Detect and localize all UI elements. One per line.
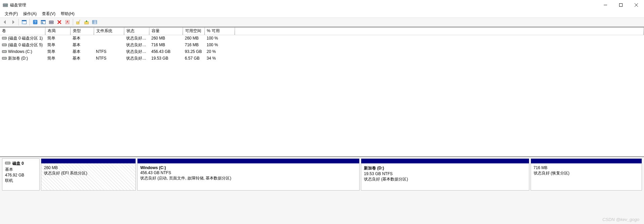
cell-type: 基本 bbox=[70, 48, 94, 55]
titlebar-left: 磁盘管理 bbox=[3, 2, 26, 8]
disk-name: 磁盘 0 bbox=[12, 161, 24, 166]
partition-status: 状态良好 (恢复分区) bbox=[534, 170, 639, 176]
svg-point-36 bbox=[6, 58, 6, 58]
list-button[interactable] bbox=[91, 18, 98, 26]
disk-graphical-pane[interactable]: 磁盘 0 基本 476.92 GB 联机 260 MB状态良好 (EFI 系统分… bbox=[0, 157, 644, 224]
cell-status: 状态良好 (... bbox=[124, 42, 149, 48]
cell-filesystem bbox=[94, 35, 124, 42]
wizard-button[interactable] bbox=[75, 18, 82, 26]
volume-icon bbox=[2, 57, 7, 60]
column-header-row: 卷 布局 类型 文件系统 状态 容量 可用空间 % 可用 bbox=[0, 27, 644, 35]
col-filesystem[interactable]: 文件系统 bbox=[94, 27, 124, 35]
cell-freespace: 716 MB bbox=[183, 42, 205, 48]
svg-rect-17 bbox=[49, 21, 54, 22]
close-button[interactable] bbox=[629, 0, 644, 10]
menu-file[interactable]: 文件(F) bbox=[2, 10, 20, 17]
help-button[interactable]: ? bbox=[32, 18, 39, 26]
partition-body: 716 MB状态良好 (恢复分区) bbox=[531, 163, 642, 190]
menu-view[interactable]: 查看(V) bbox=[39, 10, 58, 17]
partition-color-bar bbox=[138, 159, 359, 163]
svg-rect-24 bbox=[85, 22, 89, 24]
svg-point-38 bbox=[9, 163, 10, 163]
partition-color-bar bbox=[531, 159, 642, 163]
partition-status: 状态良好 (EFI 系统分区) bbox=[44, 170, 133, 176]
partition[interactable]: Windows (C:)456.43 GB NTFS状态良好 (启动, 页面文件… bbox=[137, 158, 360, 191]
cell-filesystem: NTFS bbox=[94, 48, 124, 55]
titlebar: 磁盘管理 bbox=[0, 0, 644, 10]
col-volume[interactable]: 卷 bbox=[0, 27, 45, 35]
forward-button[interactable] bbox=[9, 18, 17, 26]
partition-body: 新加卷 (D:)19.53 GB NTFS状态良好 (基本数据分区) bbox=[361, 163, 529, 190]
svg-point-3 bbox=[7, 6, 7, 6]
cell-layout: 简单 bbox=[45, 55, 70, 62]
col-layout[interactable]: 布局 bbox=[45, 27, 70, 35]
svg-point-2 bbox=[7, 4, 7, 5]
volume-list[interactable]: 卷 布局 类型 文件系统 状态 容量 可用空间 % 可用 (磁盘 0 磁盘分区 … bbox=[0, 27, 644, 157]
cell-filesystem bbox=[94, 42, 124, 48]
cell-pctfree: 34 % bbox=[205, 55, 235, 62]
partition-size: 19.53 GB NTFS bbox=[364, 171, 526, 176]
cell-type: 基本 bbox=[70, 42, 94, 48]
up-button[interactable] bbox=[83, 18, 90, 26]
cell-capacity: 260 MB bbox=[149, 35, 183, 42]
partition-size: 260 MB bbox=[44, 165, 133, 170]
partition-status: 状态良好 (启动, 页面文件, 故障转储, 基本数据分区) bbox=[140, 175, 357, 181]
settings-button[interactable] bbox=[40, 18, 47, 26]
partition-size: 456.43 GB NTFS bbox=[140, 170, 357, 175]
disk-header[interactable]: 磁盘 0 基本 476.92 GB 联机 bbox=[2, 158, 40, 191]
cell-volume: (磁盘 0 磁盘分区 1) bbox=[8, 35, 43, 41]
cell-capacity: 716 MB bbox=[149, 42, 183, 48]
delete-button[interactable] bbox=[56, 18, 63, 26]
cell-volume: (磁盘 0 磁盘分区 5) bbox=[8, 42, 43, 48]
svg-point-34 bbox=[6, 51, 6, 52]
cell-status: 状态良好 (... bbox=[124, 48, 149, 55]
partition-size: 716 MB bbox=[534, 165, 639, 170]
col-status[interactable]: 状态 bbox=[124, 27, 149, 35]
disk-type: 基本 bbox=[5, 167, 37, 172]
svg-rect-25 bbox=[93, 20, 97, 24]
disk-row: 磁盘 0 基本 476.92 GB 联机 260 MB状态良好 (EFI 系统分… bbox=[0, 158, 644, 191]
col-pctfree[interactable]: % 可用 bbox=[205, 27, 235, 35]
show-hide-console-tree-button[interactable] bbox=[20, 18, 28, 26]
partition[interactable]: 716 MB状态良好 (恢复分区) bbox=[531, 158, 642, 191]
back-button[interactable] bbox=[1, 18, 9, 26]
svg-rect-9 bbox=[22, 20, 26, 21]
table-row[interactable]: 新加卷 (D:)简单基本NTFS状态良好 (...19.53 GB6.57 GB… bbox=[0, 55, 644, 62]
disk-size: 476.92 GB bbox=[5, 173, 37, 177]
table-row[interactable]: (磁盘 0 磁盘分区 1)简单基本状态良好 (...260 MB260 MB10… bbox=[0, 35, 644, 42]
partition-strip: 260 MB状态良好 (EFI 系统分区)Windows (C:)456.43 … bbox=[41, 158, 642, 191]
partition-color-bar bbox=[361, 159, 529, 163]
table-row[interactable]: Windows (C:)简单基本NTFS状态良好 (...456.43 GB93… bbox=[0, 48, 644, 55]
cell-freespace: 260 MB bbox=[183, 35, 205, 42]
minimize-button[interactable] bbox=[598, 0, 613, 10]
refresh-button[interactable] bbox=[48, 18, 55, 26]
maximize-button[interactable] bbox=[613, 0, 629, 10]
partition-color-bar bbox=[41, 159, 136, 163]
cell-freespace: 93.25 GB bbox=[183, 48, 205, 55]
menu-action[interactable]: 操作(A) bbox=[20, 10, 39, 17]
properties-button[interactable] bbox=[64, 18, 71, 26]
table-row[interactable]: (磁盘 0 磁盘分区 5)简单基本状态良好 (...716 MB716 MB10… bbox=[0, 42, 644, 48]
svg-rect-5 bbox=[620, 4, 623, 7]
menu-help[interactable]: 帮助(H) bbox=[58, 10, 77, 17]
partition-title: 新加卷 (D:) bbox=[364, 165, 526, 171]
volume-icon bbox=[2, 43, 7, 47]
col-freespace[interactable]: 可用空间 bbox=[183, 27, 205, 35]
disk-management-window: 磁盘管理 文件(F) 操作(A) 查看(V) 帮助(H) ? bbox=[0, 0, 644, 224]
cell-volume: 新加卷 (D:) bbox=[8, 56, 28, 61]
svg-rect-14 bbox=[41, 20, 46, 21]
col-capacity[interactable]: 容量 bbox=[149, 27, 183, 35]
col-type[interactable]: 类型 bbox=[70, 27, 94, 35]
volume-icon bbox=[2, 36, 7, 40]
toolbar-separator bbox=[30, 19, 30, 25]
partition[interactable]: 260 MB状态良好 (EFI 系统分区) bbox=[41, 158, 136, 191]
partition[interactable]: 新加卷 (D:)19.53 GB NTFS状态良好 (基本数据分区) bbox=[361, 158, 529, 191]
cell-capacity: 19.53 GB bbox=[149, 55, 183, 62]
partition-status: 状态良好 (基本数据分区) bbox=[364, 176, 526, 182]
toolbar-separator bbox=[18, 19, 19, 25]
cell-layout: 简单 bbox=[45, 42, 70, 48]
disk-status: 联机 bbox=[5, 178, 37, 183]
toolbar-separator bbox=[73, 19, 73, 25]
cell-capacity: 456.43 GB bbox=[149, 48, 183, 55]
svg-text:?: ? bbox=[34, 20, 36, 24]
